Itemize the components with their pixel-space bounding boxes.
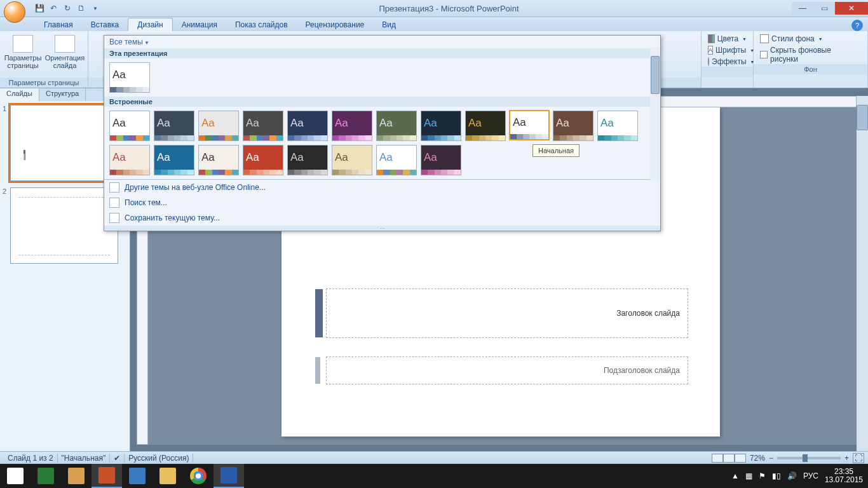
all-themes-label: Все темы	[109, 37, 143, 46]
menu-save-theme[interactable]: Сохранить текущую тему...	[104, 210, 660, 226]
theme-thumbnail[interactable]: Aa	[421, 145, 461, 175]
resize-grip[interactable]: ⋯	[104, 226, 660, 231]
status-spellcheck[interactable]: ✔	[110, 454, 125, 463]
theme-swatches	[110, 170, 149, 175]
close-button[interactable]: ✕	[835, 2, 868, 15]
taskbar-excel[interactable]	[31, 464, 61, 488]
zoom-in-button[interactable]: +	[844, 454, 849, 463]
scrollbar-vertical[interactable]	[857, 96, 868, 451]
taskbar-powerpoint[interactable]	[92, 464, 122, 488]
page-params-button[interactable]: Параметры страницы	[4, 32, 42, 69]
themes-gallery-dropdown: Все темы▼ Эта презентация Aa Встроенные …	[104, 35, 661, 231]
theme-thumbnail[interactable]: Aa	[332, 111, 372, 141]
tray-volume-icon[interactable]: 🔊	[787, 471, 797, 480]
title-placeholder[interactable]: Заголовок слайда	[326, 288, 688, 338]
tray-up-icon[interactable]: ▲	[731, 471, 739, 480]
theme-thumbnail[interactable]: Aa	[509, 110, 550, 140]
system-tray: ▲ ▦ ⚑ ▮▯ 🔊 РУС 23:35 13.07.2015	[731, 468, 868, 484]
pane-tab-slides[interactable]: Слайды	[0, 88, 39, 101]
zoom-out-button[interactable]: −	[769, 454, 773, 463]
zoom-slider[interactable]	[777, 457, 841, 459]
theme-sample-text: Aa	[243, 146, 283, 170]
theme-thumbnail[interactable]: Aa	[597, 111, 638, 141]
status-language[interactable]: Русский (Россия)	[125, 454, 193, 463]
undo-icon[interactable]: ↶	[48, 3, 59, 14]
office-button[interactable]	[0, 0, 29, 17]
start-button[interactable]	[0, 464, 31, 488]
pane-tab-outline[interactable]: Структура	[39, 88, 86, 101]
theme-thumbnail[interactable]: Aa	[553, 111, 593, 141]
sorter-view-button[interactable]	[723, 454, 735, 463]
tab-animation[interactable]: Анимация	[173, 18, 226, 31]
slideshow-view-button[interactable]	[735, 454, 746, 463]
zoom-level[interactable]: 72%	[750, 454, 765, 463]
tab-slideshow[interactable]: Показ слайдов	[226, 18, 297, 31]
theme-thumbnail[interactable]: Aa	[287, 111, 328, 141]
tab-home[interactable]: Главная	[35, 18, 82, 31]
theme-thumbnail[interactable]: Aa	[243, 145, 283, 175]
theme-thumbnail[interactable]: Aa	[465, 111, 506, 141]
subtitle-placeholder[interactable]: Подзаголовок слайда	[326, 356, 688, 384]
taskbar-paint[interactable]	[61, 464, 92, 488]
tab-review[interactable]: Рецензирование	[297, 18, 374, 31]
page-params-icon	[13, 35, 33, 53]
colors-button[interactable]: Цвета▼	[705, 34, 749, 44]
theme-sample-text: Aa	[377, 146, 416, 170]
gallery-header[interactable]: Все темы▼	[104, 36, 660, 48]
theme-thumbnail[interactable]: Aa	[243, 111, 283, 141]
theme-thumbnail[interactable]: Aa	[154, 145, 194, 175]
tab-insert[interactable]: Вставка	[82, 18, 128, 31]
taskbar: ▲ ▦ ⚑ ▮▯ 🔊 РУС 23:35 13.07.2015	[0, 464, 868, 488]
maximize-button[interactable]: ▭	[813, 2, 835, 15]
menu-search-themes[interactable]: Поиск тем...	[104, 195, 660, 210]
normal-view-button[interactable]	[712, 454, 723, 463]
group-background: Стили фона▼ Скрыть фоновые рисунки Фон	[754, 31, 868, 88]
gallery-scrollbar[interactable]	[650, 47, 660, 181]
status-slide-count: Слайд 1 из 2	[4, 454, 58, 463]
hide-bg-checkbox[interactable]: Скрыть фоновые рисунки	[757, 45, 864, 64]
theme-sample-text: Aa	[243, 111, 283, 135]
hide-bg-label: Скрыть фоновые рисунки	[770, 46, 861, 64]
tab-design[interactable]: Дизайн	[128, 18, 172, 31]
tray-flag-icon[interactable]: ⚑	[759, 471, 766, 480]
theme-thumbnail[interactable]: Aa	[198, 145, 239, 175]
theme-thumbnail[interactable]: Aa	[421, 111, 461, 141]
theme-thumbnail[interactable]: Aa	[198, 111, 239, 141]
qat-dropdown-icon[interactable]: ▼	[90, 3, 101, 14]
theme-swatches	[421, 170, 461, 175]
tray-network-icon[interactable]: ▮▯	[772, 471, 781, 480]
menu-more-online[interactable]: Другие темы на веб-узле Office Online...	[104, 180, 660, 195]
taskbar-explorer[interactable]	[153, 464, 183, 488]
help-icon[interactable]: ?	[851, 20, 863, 31]
theme-thumbnail[interactable]: Aa	[109, 62, 150, 93]
theme-thumbnail[interactable]: Aa	[287, 145, 328, 175]
fonts-button[interactable]: AШрифты▼	[705, 45, 749, 55]
effects-label: Эффекты	[712, 57, 747, 66]
taskbar-app1[interactable]	[122, 464, 153, 488]
fit-button[interactable]: ⛶	[853, 453, 864, 463]
theme-thumbnail[interactable]: Aa	[332, 145, 372, 175]
slide-orientation-button[interactable]: Ориентация слайда	[46, 32, 84, 69]
save-icon[interactable]: 💾	[34, 3, 45, 14]
tray-action-icon[interactable]: ▦	[745, 471, 752, 480]
taskbar-chrome[interactable]	[183, 464, 214, 488]
effects-button[interactable]: Эффекты▼	[705, 57, 749, 67]
theme-thumbnail[interactable]: Aa	[376, 145, 417, 175]
tray-clock[interactable]: 23:35 13.07.2015	[825, 468, 863, 484]
theme-swatches	[553, 135, 593, 140]
tab-view[interactable]: Вид	[373, 18, 405, 31]
minimize-button[interactable]: —	[792, 2, 813, 15]
theme-thumbnail[interactable]: Aa	[109, 111, 150, 141]
group-title-variants	[702, 67, 753, 77]
taskbar-word[interactable]	[214, 464, 244, 488]
theme-thumbnail[interactable]: Aa	[376, 111, 417, 141]
globe-icon	[109, 182, 119, 193]
bg-styles-button[interactable]: Стили фона▼	[757, 34, 864, 44]
theme-thumbnail[interactable]: Aa	[109, 145, 150, 175]
repeat-icon[interactable]: 🗋	[76, 3, 87, 14]
theme-thumbnail[interactable]: Aa	[154, 111, 194, 141]
tray-lang[interactable]: РУС	[803, 471, 818, 480]
redo-icon[interactable]: ↻	[62, 3, 73, 14]
theme-sample-text: Aa	[110, 111, 149, 135]
save-theme-label: Сохранить текущую тему...	[125, 214, 220, 222]
